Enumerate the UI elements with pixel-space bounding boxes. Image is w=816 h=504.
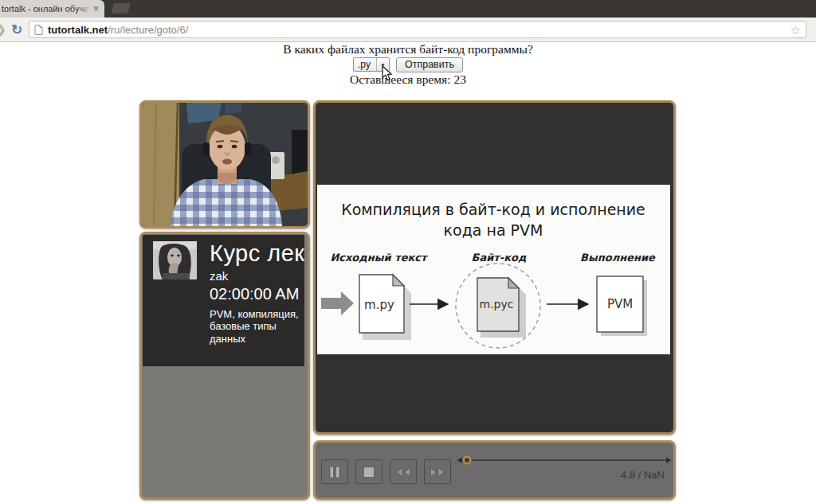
player-controls-panel: 4.8 / NaN bbox=[313, 440, 676, 500]
quiz-timer: Оставшееся время: 23 bbox=[0, 72, 816, 87]
fast-forward-button[interactable] bbox=[424, 459, 451, 484]
tab-strip: tortalk - онлайн обуче × bbox=[0, 0, 816, 18]
slide-player-panel: Компиляция в байт-код и исполнение кода … bbox=[313, 100, 676, 435]
slide-title-line2: кода на PVM bbox=[444, 221, 543, 239]
tab-close-icon[interactable]: × bbox=[91, 4, 101, 14]
url-domain: tutortalk.net bbox=[48, 24, 108, 36]
answer-select-value: .py bbox=[358, 59, 371, 70]
lecture-slide: Компиляция в байт-код и исполнение кода … bbox=[317, 185, 670, 354]
submit-button[interactable]: Отправить bbox=[396, 57, 463, 72]
course-info-panel: Курс лек zak 02:00:00 AM PVM, компиляция… bbox=[139, 232, 310, 500]
slide-diagram: Компиляция в байт-код и исполнение кода … bbox=[317, 185, 670, 354]
browser-tab[interactable]: tortalk - онлайн обуче × bbox=[0, 0, 104, 18]
doc-m-py: m.py bbox=[359, 275, 411, 340]
forward-icon[interactable]: ❯ bbox=[0, 23, 6, 36]
address-bar[interactable]: tutortalk.net/ru/lecture/goto/6/ ☆ bbox=[29, 21, 806, 38]
label-bytecode: Байт-код bbox=[472, 252, 527, 264]
reload-icon: ↻ bbox=[11, 23, 22, 37]
doc-m-pyc: m.pyc bbox=[477, 278, 526, 338]
rewind-button[interactable] bbox=[390, 459, 417, 484]
url-path: /ru/lecture/goto/6/ bbox=[108, 24, 188, 36]
course-author: zak bbox=[210, 269, 304, 283]
label-execution: Выполнение bbox=[580, 252, 656, 264]
playback-progress: 4.8 / NaN bbox=[621, 469, 665, 481]
seek-left-arrow-icon bbox=[457, 457, 463, 463]
course-title: Курс лек bbox=[210, 241, 304, 267]
browser-toolbar: ❯ ↻ tutortalk.net/ru/lecture/goto/6/ ☆ bbox=[0, 18, 816, 42]
seek-handle[interactable] bbox=[464, 457, 470, 463]
course-info-card: Курс лек zak 02:00:00 AM PVM, компиляция… bbox=[143, 235, 304, 366]
browser-window: tortalk - онлайн обуче × ❯ ↻ tutortalk.n… bbox=[0, 0, 816, 504]
new-tab-button[interactable] bbox=[111, 3, 131, 14]
slide-title-line1: Компиляция в байт-код и исполнение bbox=[341, 201, 645, 218]
reload-button[interactable]: ↻ bbox=[8, 21, 26, 38]
seek-slider[interactable] bbox=[457, 455, 672, 466]
answer-row: .py ▼ Отправить bbox=[0, 57, 816, 72]
webcam-panel bbox=[139, 100, 310, 229]
label-source: Исходный текст bbox=[330, 252, 429, 264]
pause-button[interactable] bbox=[321, 459, 348, 484]
webcam-video bbox=[142, 103, 308, 226]
rewind-icon bbox=[395, 467, 411, 478]
box-pvm: PVM bbox=[597, 276, 647, 336]
stop-icon bbox=[363, 466, 375, 479]
node-vm: PVM bbox=[607, 297, 633, 311]
avatar bbox=[153, 241, 197, 279]
node-source: m.py bbox=[364, 298, 394, 312]
entry-arrow bbox=[321, 291, 354, 315]
page-icon bbox=[34, 25, 43, 35]
quiz-question: В каких файлах хранится байт-код програм… bbox=[0, 42, 816, 57]
stop-button[interactable] bbox=[355, 459, 382, 484]
mouse-cursor bbox=[382, 65, 393, 81]
course-info-text: Курс лек zak 02:00:00 AM PVM, компиляция… bbox=[210, 241, 304, 366]
seek-right-arrow-icon bbox=[666, 457, 672, 463]
course-time: 02:00:00 AM bbox=[210, 285, 304, 303]
node-bytecode: m.pyc bbox=[480, 298, 514, 311]
tab-title: tortalk - онлайн обуче bbox=[2, 4, 91, 14]
fast-forward-icon bbox=[430, 467, 445, 478]
pause-icon bbox=[328, 466, 341, 479]
bookmark-star-icon[interactable]: ☆ bbox=[790, 24, 801, 36]
course-topics: PVM, компиляция, базовые типы данных bbox=[210, 308, 304, 345]
